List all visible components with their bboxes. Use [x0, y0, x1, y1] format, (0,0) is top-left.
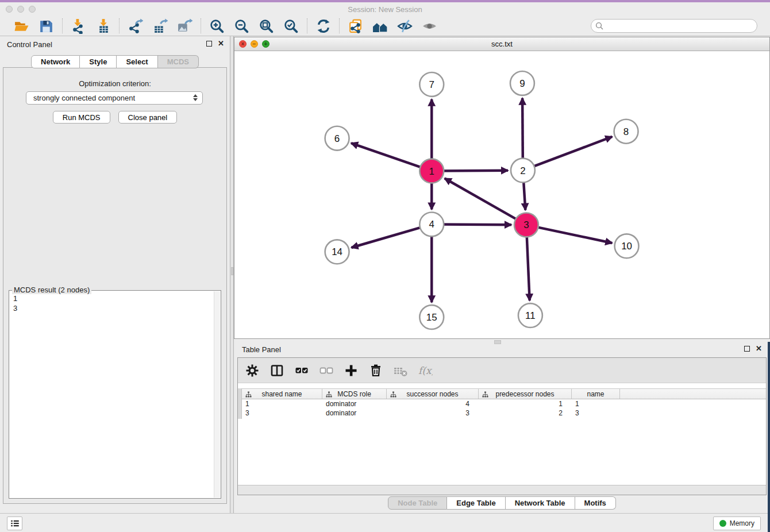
clone-network-icon[interactable]: [348, 18, 363, 34]
close-panel-button[interactable]: Close panel: [118, 111, 178, 124]
table-cell[interactable]: 2: [479, 408, 572, 418]
export-table-icon[interactable]: [152, 18, 168, 34]
import-table-icon[interactable]: [95, 18, 111, 34]
optimization-criterion-value: strongly connected component: [33, 94, 135, 102]
select-all-rows-icon[interactable]: [294, 363, 309, 378]
function-builder-icon: f(x): [418, 363, 433, 378]
optimization-label: Optimization criterion:: [3, 79, 226, 88]
mcds-result-item: 1: [13, 294, 217, 303]
node-3[interactable]: 3: [514, 213, 538, 237]
list-icon: [10, 518, 20, 529]
tab-network[interactable]: Network: [31, 55, 80, 68]
svg-text:11: 11: [525, 310, 536, 321]
svg-text:15: 15: [426, 312, 437, 323]
deselect-all-rows-icon[interactable]: [319, 363, 334, 378]
node-4[interactable]: 4: [419, 212, 444, 236]
column-header-MCDS-role[interactable]: MCDS role: [322, 389, 387, 399]
zoom-selected-icon[interactable]: [283, 18, 299, 34]
column-header-successor-nodes[interactable]: successor nodes: [387, 389, 479, 399]
svg-text:4: 4: [429, 219, 434, 230]
svg-text:f(x): f(x): [418, 365, 433, 376]
network-canvas[interactable]: 7968124314101511: [234, 51, 769, 338]
refresh-layout-icon[interactable]: [315, 18, 331, 34]
control-panel: Control Panel ✕ NetworkStyleSelectMCDS O…: [0, 37, 230, 511]
search-input[interactable]: [591, 19, 757, 33]
memory-button[interactable]: Memory: [713, 516, 761, 530]
edge-3-10[interactable]: [526, 225, 612, 243]
network-graph[interactable]: 7968124314101511: [234, 51, 769, 338]
node-1[interactable]: 1: [419, 159, 444, 183]
node-6[interactable]: 6: [325, 126, 349, 151]
node-10[interactable]: 10: [615, 234, 639, 258]
control-panel-header: Control Panel ✕: [0, 37, 230, 53]
export-image-icon[interactable]: [177, 18, 192, 34]
table-settings-icon[interactable]: [245, 363, 260, 378]
table-row[interactable]: 3dominator323: [242, 408, 766, 418]
tab-select[interactable]: Select: [117, 55, 157, 68]
table-footer: [238, 485, 766, 495]
home-network-icon[interactable]: [372, 18, 388, 34]
zoom-in-icon[interactable]: [209, 18, 225, 34]
node-11[interactable]: 11: [518, 303, 542, 327]
node-2[interactable]: 2: [511, 159, 535, 183]
node-14[interactable]: 14: [325, 240, 349, 264]
mcds-result-title: MCDS result (2 nodes): [12, 286, 91, 294]
run-mcds-button[interactable]: Run MCDS: [53, 111, 110, 124]
import-network-icon[interactable]: [71, 18, 86, 34]
result-scrollbar[interactable]: [214, 291, 220, 498]
tab-style[interactable]: Style: [80, 55, 117, 68]
graph-edges[interactable]: [351, 98, 612, 302]
node-15[interactable]: 15: [419, 305, 444, 329]
svg-text:8: 8: [623, 126, 629, 137]
column-header-shared-name[interactable]: shared name: [242, 389, 322, 399]
hide-panel-icon[interactable]: [397, 18, 413, 34]
window-top-border: [0, 0, 770, 2]
svg-text:1: 1: [429, 166, 434, 177]
tab-edge-table[interactable]: Edge Table: [447, 496, 505, 510]
tab-motifs[interactable]: Motifs: [575, 496, 616, 510]
float-panel-icon[interactable]: [206, 41, 212, 47]
mcds-panel: Optimization criterion: strongly connect…: [3, 67, 227, 504]
zoom-out-icon[interactable]: [234, 18, 249, 34]
table-cell[interactable]: 1: [572, 399, 620, 408]
svg-text:10: 10: [621, 241, 632, 252]
network-window-titlebar[interactable]: × − + scc.txt: [234, 37, 769, 51]
show-panel-icon[interactable]: [422, 18, 437, 34]
table-cell[interactable]: 3: [387, 408, 479, 418]
table-cell[interactable]: 4: [387, 399, 479, 408]
add-column-icon[interactable]: [344, 363, 359, 378]
table-cell[interactable]: 1: [479, 399, 572, 408]
close-panel-icon[interactable]: ✕: [218, 41, 224, 47]
table-cell[interactable]: dominator: [322, 399, 387, 408]
node-7[interactable]: 7: [419, 72, 444, 97]
open-session-icon[interactable]: [14, 18, 29, 34]
zoom-fit-icon[interactable]: [259, 18, 274, 34]
tab-network-table[interactable]: Network Table: [506, 496, 575, 510]
tab-node-table[interactable]: Node Table: [388, 496, 447, 510]
network-window-title: scc.txt: [234, 40, 769, 48]
combo-stepper-icon: [193, 94, 198, 101]
table-cell[interactable]: 3: [242, 408, 322, 418]
edge-2-8[interactable]: [523, 137, 612, 171]
node-9[interactable]: 9: [510, 71, 534, 95]
table-cell[interactable]: 1: [242, 399, 322, 408]
column-header-predecessor-nodes[interactable]: predecessor nodes: [479, 389, 572, 399]
task-history-button[interactable]: [7, 516, 22, 530]
table-toolbar: f(x): [238, 358, 766, 383]
save-session-icon[interactable]: [38, 18, 54, 34]
node-8[interactable]: 8: [614, 119, 638, 144]
vertical-splitter[interactable]: [230, 36, 234, 513]
column-header-name[interactable]: name: [572, 389, 620, 399]
show-columns-icon[interactable]: [270, 363, 284, 378]
table-cell[interactable]: dominator: [322, 408, 387, 418]
close-table-panel-icon[interactable]: ✕: [756, 346, 762, 352]
export-network-icon[interactable]: [128, 18, 143, 34]
splitter-handle[interactable]: [231, 267, 233, 275]
tab-mcds[interactable]: MCDS: [158, 55, 199, 68]
table-cell[interactable]: 3: [572, 408, 620, 418]
edge-3-1[interactable]: [445, 178, 526, 225]
table-row[interactable]: 1dominator411: [242, 399, 766, 408]
delete-column-icon[interactable]: [368, 363, 383, 378]
optimization-criterion-select[interactable]: strongly connected component: [26, 91, 203, 105]
float-table-panel-icon[interactable]: [744, 346, 750, 352]
